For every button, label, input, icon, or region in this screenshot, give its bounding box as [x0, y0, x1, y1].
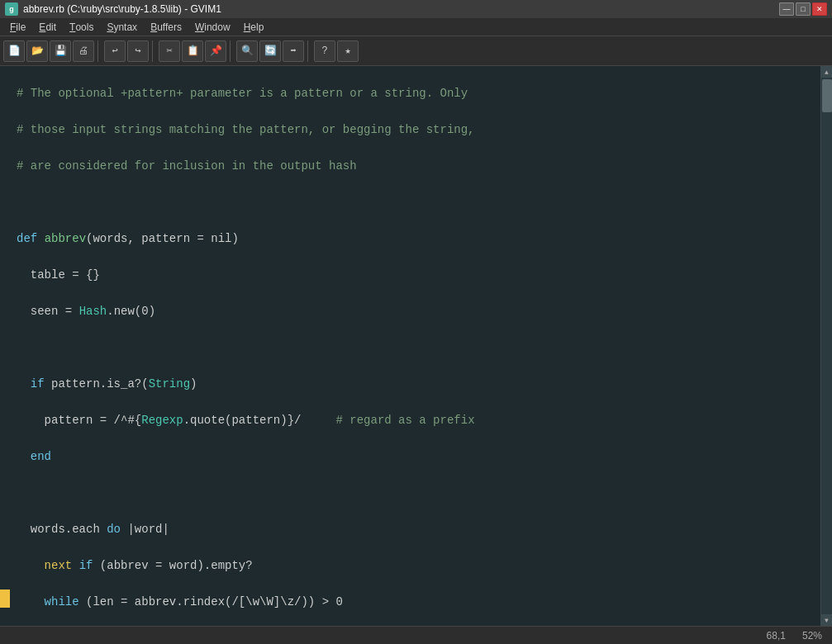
tb-undo[interactable]: ↩: [104, 40, 126, 62]
scroll-percent: 52%: [802, 630, 822, 642]
tb-find[interactable]: 🔍: [236, 40, 258, 62]
scroll-thumb[interactable]: [822, 79, 832, 112]
current-line-indicator: [0, 590, 10, 608]
code-line-14: next if (abbrev = word).empty?: [17, 556, 814, 575]
code-line-11: end: [17, 447, 814, 466]
tb-redo[interactable]: ↪: [127, 40, 149, 62]
scroll-down-arrow[interactable]: ▼: [821, 614, 833, 626]
code-line-3: # are considered for inclusion in the ou…: [17, 157, 814, 175]
scroll-up-arrow[interactable]: ▲: [821, 66, 833, 78]
tb-new[interactable]: 📄: [3, 40, 25, 62]
code-line-5: def abbrev(words, pattern = nil): [17, 230, 814, 248]
editor-container: # The optional +pattern+ parameter is a …: [0, 66, 832, 626]
tb-copy[interactable]: 📋: [182, 40, 203, 62]
code-line-7: seen = Hash.new(0): [17, 302, 814, 320]
tb-open[interactable]: 📂: [26, 40, 48, 62]
tb-help[interactable]: ?: [314, 40, 335, 62]
tb-extra[interactable]: ★: [337, 40, 359, 62]
status-bar: 68,1 52%: [0, 626, 832, 644]
code-line-6: table = {}: [17, 266, 814, 284]
tb-sep3: [230, 40, 233, 62]
menu-buffers[interactable]: Buffers: [144, 18, 188, 36]
tb-sep1: [97, 40, 101, 62]
scroll-track[interactable]: [821, 78, 832, 614]
menu-tools[interactable]: Tools: [63, 18, 100, 36]
close-button[interactable]: ✕: [812, 2, 827, 16]
code-line-4: [17, 193, 814, 211]
tb-save[interactable]: 💾: [50, 40, 71, 62]
code-line-2: # those input strings matching the patte…: [17, 121, 814, 139]
code-line-9: if pattern.is_a?(String): [17, 375, 814, 393]
code-line-8: [17, 339, 814, 357]
code-line-13: words.each do |word|: [17, 520, 814, 538]
tb-findnext[interactable]: ➡: [283, 40, 304, 62]
tb-sep2: [152, 40, 155, 62]
window-controls: — □ ✕: [779, 2, 827, 16]
code-line-15: while (len = abbrev.rindex(/[\w\W]\z/)) …: [17, 593, 814, 611]
title-bar: g abbrev.rb (C:\ruby\src\ruby-1.8.5\lib)…: [0, 0, 832, 18]
menu-syntax[interactable]: Syntax: [100, 18, 144, 36]
tb-sep4: [307, 40, 311, 62]
left-gutter: [0, 66, 10, 626]
app-icon: g: [5, 2, 18, 16]
menu-bar: File Edit Tools Syntax Buffers Window He…: [0, 18, 832, 36]
tb-replace[interactable]: 🔄: [259, 40, 281, 62]
menu-edit[interactable]: Edit: [32, 18, 63, 36]
menu-help[interactable]: Help: [237, 18, 271, 36]
menu-window[interactable]: Window: [188, 18, 237, 36]
minimize-button[interactable]: —: [779, 2, 794, 16]
tb-print[interactable]: 🖨: [73, 40, 94, 62]
code-line-1: # The optional +pattern+ parameter is a …: [17, 84, 814, 102]
vertical-scrollbar[interactable]: ▲ ▼: [820, 66, 832, 626]
menu-file[interactable]: File: [3, 18, 32, 36]
code-editor[interactable]: # The optional +pattern+ parameter is a …: [10, 66, 820, 626]
code-line-12: [17, 484, 814, 502]
tb-cut[interactable]: ✂: [159, 40, 180, 62]
code-line-10: pattern = /^#{Regexp.quote(pattern)}/ # …: [17, 411, 814, 429]
cursor-position: 68,1: [767, 630, 786, 642]
maximize-button[interactable]: □: [796, 2, 811, 16]
window-title: abbrev.rb (C:\ruby\src\ruby-1.8.5\lib) -…: [23, 3, 779, 15]
tb-paste[interactable]: 📌: [205, 40, 226, 62]
toolbar: 📄 📂 💾 🖨 ↩ ↪ ✂ 📋 📌 🔍 🔄 ➡ ? ★: [0, 36, 832, 66]
